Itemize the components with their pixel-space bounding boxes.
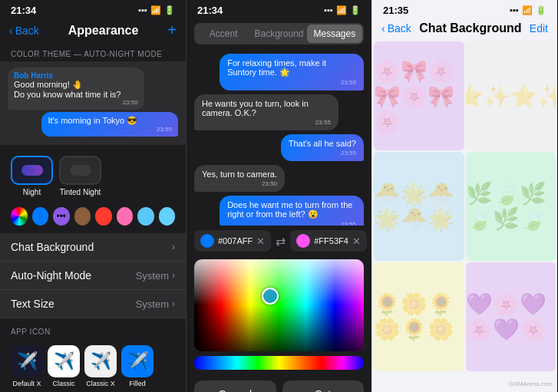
cancel-button[interactable]: Cancel: [194, 380, 276, 392]
battery-icon-3: 🔋: [536, 5, 546, 15]
back-button-1[interactable]: ‹ Back: [9, 25, 39, 37]
app-icon-default-box: ✈️: [11, 345, 43, 377]
theme-night-inner: [21, 165, 43, 176]
color-brown[interactable]: [74, 207, 91, 226]
messages-area: For relaxing times, make it Suntory time…: [187, 49, 371, 226]
chat-background-panel: 21:35 ▪▪▪ 📶 🔋 ‹ Back Chat Background Edi…: [371, 0, 557, 392]
bg-cell-3[interactable]: 🐣🌟🐣🌟🐣🌟: [374, 152, 464, 261]
color-cyan[interactable]: [137, 207, 154, 226]
set-button[interactable]: Set: [282, 380, 365, 392]
gradient-overlay: [194, 259, 364, 351]
color-clear-1[interactable]: ✕: [256, 236, 265, 247]
menu-chat-background[interactable]: Chat Background ›: [0, 233, 186, 262]
page-title-3: Chat Background: [419, 21, 521, 35]
app-icon-label: APP ICON: [0, 323, 186, 339]
tab-background[interactable]: Background: [251, 25, 306, 43]
app-icon-classic[interactable]: ✈️ Classic: [48, 345, 80, 387]
chat-sender: Bob Harris: [14, 71, 138, 80]
color-input-2[interactable]: #FF53F4 ✕: [290, 230, 367, 252]
bg-pattern-2: ✨⭐✨⭐✨⭐: [466, 41, 556, 150]
app-icon-classic-box: ✈️: [48, 345, 80, 377]
status-time-1: 21:34: [11, 5, 36, 16]
menu-text-size-right: System ›: [136, 298, 175, 310]
color-clear-2[interactable]: ✕: [352, 236, 361, 247]
theme-night-label: Night: [23, 188, 41, 196]
hue-slider[interactable]: [194, 356, 364, 370]
nav-bar-1: ‹ Back Appearance +: [0, 18, 186, 45]
nav-bar-3: ‹ Back Chat Background Edit: [372, 18, 557, 41]
color-theme-label: COLOR THEME — AUTO-NIGHT MODE: [0, 45, 186, 61]
app-icon-classicx-label: Classic X: [86, 380, 115, 387]
color-lightblue[interactable]: [159, 207, 176, 226]
appearance-panel: 21:34 ▪▪▪ 📶 🔋 ‹ Back Appearance + COLOR …: [0, 0, 186, 392]
add-button[interactable]: +: [167, 21, 177, 39]
color-input-1[interactable]: #007AFF ✕: [194, 230, 271, 252]
status-icons-1: ▪▪▪ 📶 🔋: [138, 5, 175, 15]
menu-auto-night[interactable]: Auto-Night Mode System ›: [0, 262, 186, 290]
tab-accent[interactable]: Accent: [196, 25, 251, 43]
color-hex-2: #FF53F4: [314, 236, 348, 245]
app-icon-filled[interactable]: ✈️ Filled: [121, 345, 154, 387]
theme-night-item[interactable]: Night: [11, 156, 53, 196]
app-icon-default[interactable]: ✈️ Default X: [11, 345, 43, 387]
theme-tinted-item[interactable]: Tinted Night: [59, 156, 101, 196]
chevron-icon-1: ›: [172, 242, 175, 252]
bg-cell-5[interactable]: 🌻🌼🌻🌼🌻🌼: [374, 262, 464, 371]
wifi-icon: 📶: [150, 5, 161, 15]
bubble-right-2: That's all he said? 23:55: [281, 134, 364, 161]
status-icons-2: ▪▪▪ 📶 🔋: [324, 5, 361, 15]
color-swatch-1: [200, 234, 214, 248]
bg-cell-4[interactable]: 🌿🍃🌿🍃🌿🍃: [466, 152, 556, 261]
page-title-1: Appearance: [68, 24, 139, 38]
theme-tinted-inner: [70, 165, 91, 176]
app-icon-filled-label: Filled: [129, 380, 146, 387]
bg-pattern-6: 💜🌸💜🌸💜🌸: [466, 262, 556, 371]
bubble-right-3: Does he want me to turn from the right o…: [220, 196, 364, 226]
wifi-icon-3: 📶: [522, 5, 533, 15]
app-icon-default-label: Default X: [12, 380, 41, 387]
chat-preview: Bob Harris Good morning! 🤚 Do you know w…: [0, 61, 186, 145]
bg-cell-6[interactable]: 💜🌸💜🌸💜🌸: [466, 262, 556, 371]
app-icon-filled-box: ✈️: [121, 345, 154, 377]
theme-night-box[interactable]: [11, 156, 53, 185]
theme-tinted-box[interactable]: [59, 156, 101, 185]
color-pink[interactable]: [117, 207, 134, 226]
bg-cell-1[interactable]: 🌸🎀🌸🎀🌸🎀🌸: [374, 41, 464, 150]
color-picker-panel: 21:34 ▪▪▪ 📶 🔋 Accent Background Messages…: [186, 0, 371, 392]
tab-messages[interactable]: Messages: [307, 25, 362, 43]
edit-button[interactable]: Edit: [530, 22, 548, 35]
themes-row: Night Tinted Night: [0, 150, 186, 203]
signal-icon: ▪▪▪: [138, 5, 147, 15]
auto-night-value: System: [136, 270, 169, 282]
wifi-icon-2: 📶: [336, 5, 347, 15]
app-icons-row: ✈️ Default X ✈️ Classic ✈️ Classic X ✈️ …: [0, 339, 186, 392]
menu-chat-background-label: Chat Background: [11, 241, 94, 253]
color-purple[interactable]: •••: [53, 207, 70, 226]
color-multicolor[interactable]: [11, 207, 28, 226]
app-icon-classicx[interactable]: ✈️ Classic X: [84, 345, 117, 387]
menu-auto-night-right: System ›: [136, 270, 175, 282]
app-icon-classicx-box: ✈️: [84, 345, 117, 377]
bg-pattern-4: 🌿🍃🌿🍃🌿🍃: [466, 152, 556, 261]
status-time-3: 21:35: [383, 5, 408, 16]
color-red[interactable]: [95, 207, 112, 226]
tabs-bar: Accent Background Messages: [194, 23, 364, 44]
back-button-3[interactable]: ‹ Back: [381, 22, 411, 35]
bg-pattern-5: 🌻🌼🌻🌼🌻🌼: [374, 262, 464, 371]
menu-text-size[interactable]: Text Size System ›: [0, 290, 186, 318]
background-grid: 🌸🎀🌸🎀🌸🎀🌸 ✨⭐✨⭐✨⭐ 🐣🌟🐣🌟🐣🌟 🌿🍃🌿🍃🌿🍃 🌻🌼🌻🌼🌻🌼 💜🌸💜🌸…: [372, 41, 557, 371]
bubble-left-2: Yes, turn to camera. 23:50: [194, 165, 285, 192]
chevron-icon-2: ›: [172, 270, 175, 281]
picker-circle[interactable]: [262, 288, 279, 305]
colors-row: •••: [0, 203, 186, 230]
chat-msg-left-1: Bob Harris Good morning! 🤚 Do you know w…: [8, 68, 144, 110]
signal-icon-3: ▪▪▪: [510, 5, 519, 15]
gradient-picker[interactable]: [194, 259, 364, 351]
status-time-2: 21:34: [197, 5, 223, 16]
color-blue[interactable]: [32, 207, 49, 226]
battery-icon: 🔋: [164, 5, 175, 15]
color-hex-1: #007AFF: [218, 236, 253, 245]
swap-icon[interactable]: ⇄: [276, 234, 286, 249]
bg-cell-2[interactable]: ✨⭐✨⭐✨⭐: [466, 41, 556, 150]
text-size-value: System: [136, 298, 169, 310]
